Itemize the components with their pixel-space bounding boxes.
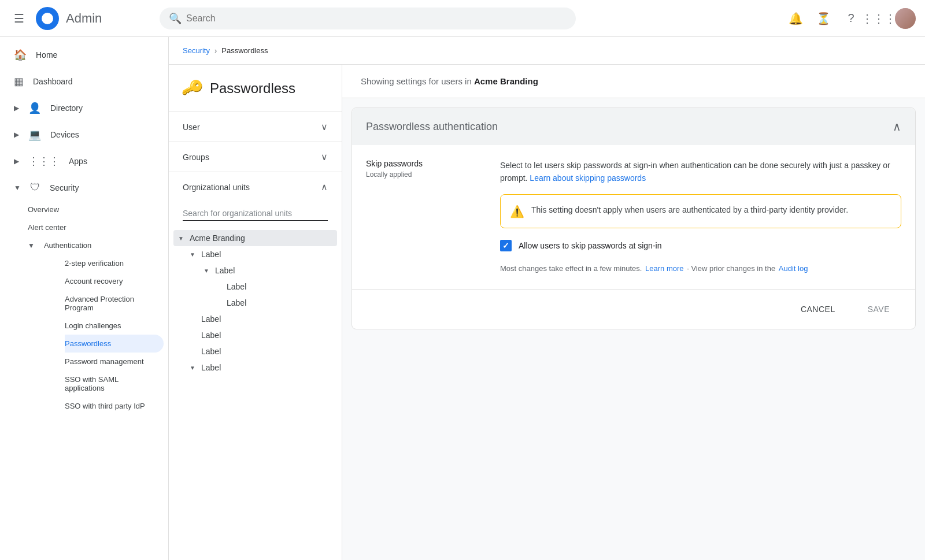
notifications-button[interactable]: 🔔: [784, 7, 807, 30]
org-node-label2[interactable]: ▼ Label: [173, 262, 337, 279]
user-filter-header[interactable]: User ∨: [169, 112, 342, 142]
user-avatar[interactable]: [895, 8, 916, 29]
sidebar-item-2step[interactable]: 2-step verification: [65, 254, 164, 272]
sidebar-item-login-challenges[interactable]: Login challenges: [65, 317, 164, 335]
sidebar-item-sso-third-party[interactable]: SSO with third party IdP: [65, 397, 164, 415]
sidebar-item-home-label: Home: [36, 50, 57, 60]
label4-no-arrow: [215, 300, 224, 306]
groups-filter-section: Groups ∨: [169, 142, 342, 172]
security-subitems: Overview Alert center ▼ Authentication 2…: [0, 201, 168, 415]
label1-node-label: Label: [201, 250, 332, 259]
label2-node-label: Label: [215, 266, 332, 275]
label8-node-label: Label: [201, 363, 332, 372]
sidebar-item-overview[interactable]: Overview: [28, 201, 164, 218]
panel-title: Passwordless: [210, 80, 295, 97]
app-title: Admin: [66, 11, 102, 26]
sidebar-item-account-recovery[interactable]: Account recovery: [65, 272, 164, 290]
org-node-label7[interactable]: Label: [173, 343, 337, 359]
groups-filter-header[interactable]: Groups ∨: [169, 142, 342, 172]
cancel-button[interactable]: CANCEL: [789, 299, 847, 320]
auth-section-header[interactable]: Passwordless authentication ∧: [352, 108, 915, 145]
learn-more-link[interactable]: Learn more: [645, 264, 683, 273]
groups-filter-label: Groups: [183, 153, 209, 162]
right-panel: Showing settings for users in Acme Brand…: [342, 65, 925, 560]
sidebar-item-security-label: Security: [50, 183, 79, 192]
learn-skip-passwords-link[interactable]: Learn about skipping passwords: [530, 173, 646, 183]
warning-box: ⚠️ This setting doesn't apply when users…: [500, 194, 901, 228]
breadcrumb: Security › Passwordless: [169, 37, 925, 65]
org-node-acme[interactable]: ▼ Acme Branding: [173, 230, 337, 246]
warning-icon: ⚠️: [510, 205, 524, 218]
sidebar-auth-label: Authentication: [44, 241, 91, 250]
label5-node-label: Label: [201, 314, 332, 324]
breadcrumb-current: Passwordless: [221, 46, 268, 55]
org-node-label4[interactable]: Label: [173, 295, 337, 311]
apps-grid-button[interactable]: ⋮⋮⋮: [867, 7, 890, 30]
label7-node-label: Label: [201, 347, 332, 356]
sidebar-item-passwordless[interactable]: Passwordless: [65, 335, 164, 353]
timer-icon-button[interactable]: ⏳: [812, 7, 835, 30]
sidebar-advanced-protection-label: Advanced Protection Program: [65, 295, 150, 312]
sidebar-item-password-management[interactable]: Password management: [65, 353, 164, 370]
topbar-right: 🔔 ⏳ ? ⋮⋮⋮: [784, 7, 916, 30]
checkbox-row: ✓ Allow users to skip passwords at sign-…: [500, 240, 901, 251]
security-icon: 🛡: [30, 181, 40, 194]
dashboard-icon: ▦: [14, 75, 24, 88]
org-node-label3[interactable]: Label: [173, 279, 337, 295]
left-panel: 🔑 Passwordless User ∨ Groups ∨: [169, 65, 342, 560]
sidebar-item-authentication[interactable]: ▼ Authentication: [28, 236, 164, 254]
sidebar-item-dashboard[interactable]: ▦ Dashboard: [0, 68, 164, 95]
apps-expand-icon: ▶: [14, 157, 19, 165]
label1-expand-arrow: ▼: [190, 251, 199, 258]
sidebar-passwordless-label: Passwordless: [65, 339, 111, 348]
directory-icon: 👤: [28, 102, 41, 114]
home-icon: 🏠: [14, 49, 27, 61]
sidebar-item-apps-label: Apps: [69, 157, 87, 166]
label4-node-label: Label: [227, 298, 332, 307]
help-button[interactable]: ?: [839, 7, 863, 30]
hamburger-menu[interactable]: ☰: [9, 7, 29, 30]
sidebar-item-devices[interactable]: ▶ 💻 Devices: [0, 121, 164, 148]
passwordless-icon: 🔑: [180, 76, 205, 100]
org-node-label1[interactable]: ▼ Label: [173, 246, 337, 262]
footer-note: Most changes take effect in a few minute…: [500, 263, 901, 275]
org-node-label6[interactable]: Label: [173, 327, 337, 343]
sidebar-item-alert-center[interactable]: Alert center: [28, 218, 164, 236]
save-button[interactable]: SAVE: [856, 299, 901, 320]
search-icon: 🔍: [169, 12, 182, 25]
org-search-input[interactable]: [183, 206, 328, 221]
auth-content-column: Select to let users skip passwords at si…: [500, 159, 901, 275]
search-input[interactable]: [186, 13, 567, 24]
devices-expand-icon: ▶: [14, 131, 19, 139]
org-units-label: Orgnizational units: [183, 183, 250, 192]
auth-subitems: 2-step verification Account recovery Adv…: [28, 254, 168, 415]
skip-passwords-checkbox[interactable]: ✓: [500, 240, 512, 251]
sidebar-item-apps[interactable]: ▶ ⋮⋮⋮ Apps: [0, 148, 164, 175]
main-content: Security › Passwordless 🔑 Passwordless U…: [169, 37, 925, 560]
user-filter-section: User ∨: [169, 112, 342, 142]
sidebar-item-home[interactable]: 🏠 Home: [0, 42, 164, 68]
user-filter-label: User: [183, 123, 200, 132]
breadcrumb-parent[interactable]: Security: [183, 46, 210, 55]
label6-node-label: Label: [201, 331, 332, 340]
sidebar-item-directory[interactable]: ▶ 👤 Directory: [0, 95, 164, 121]
acme-expand-arrow: ▼: [178, 235, 187, 242]
label2-expand-arrow: ▼: [204, 268, 213, 274]
sidebar-item-sso-saml[interactable]: SSO with SAML applications: [65, 370, 164, 397]
sidebar-item-dashboard-label: Dashboard: [33, 77, 73, 86]
checkbox-label: Allow users to skip passwords at sign-in: [519, 241, 661, 250]
search-container: 🔍: [160, 8, 576, 29]
org-node-label8[interactable]: ▼ Label: [173, 359, 337, 376]
sidebar-password-management-label: Password management: [65, 357, 144, 366]
action-row: CANCEL SAVE: [352, 289, 915, 329]
org-node-label5[interactable]: Label: [173, 311, 337, 327]
sidebar-account-recovery-label: Account recovery: [65, 277, 123, 285]
sidebar-item-security[interactable]: ▼ 🛡 Security: [0, 175, 164, 201]
auth-section-title: Passwordless authentication: [366, 121, 498, 133]
label5-no-arrow: [190, 316, 199, 322]
audit-log-link[interactable]: Audit log: [779, 264, 808, 273]
topbar: ☰ Admin 🔍 🔔 ⏳ ? ⋮⋮⋮: [0, 0, 925, 37]
org-units-header[interactable]: Orgnizational units ∧: [169, 172, 342, 202]
sidebar-item-advanced-protection[interactable]: Advanced Protection Program: [65, 290, 164, 317]
topbar-left: ☰ Admin: [9, 7, 160, 30]
